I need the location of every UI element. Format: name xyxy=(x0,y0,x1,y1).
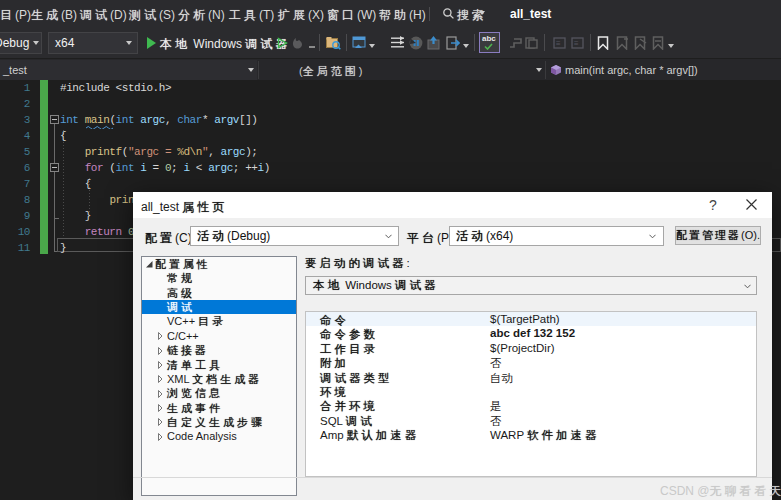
svg-text:≡: ≡ xyxy=(574,39,579,48)
svg-text:≡: ≡ xyxy=(556,39,561,48)
